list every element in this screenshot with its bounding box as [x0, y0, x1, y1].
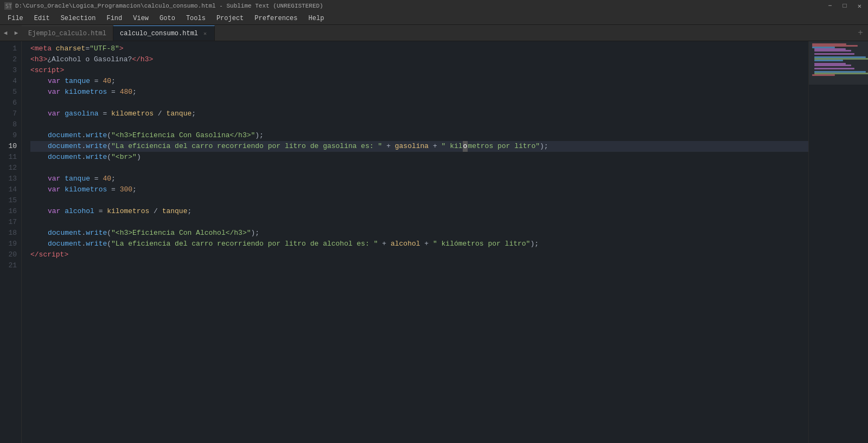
title-bar-controls[interactable]: − □ ✕	[826, 1, 864, 11]
tab-next-button[interactable]: ▶	[11, 24, 22, 41]
mini-line-7	[814, 53, 854, 55]
line-num-14: 14	[0, 184, 17, 195]
tab-ejemplo[interactable]: Ejemplo_calculo.html	[22, 25, 113, 41]
code-line-6	[30, 98, 808, 108]
code-line-17	[30, 217, 808, 228]
new-tab-button[interactable]: +	[853, 25, 868, 41]
tab-calculo[interactable]: calculo_consumo.html ✕	[113, 25, 215, 41]
code-line-16: var alcohol = kilometros / tanque;	[30, 206, 808, 217]
menu-file[interactable]: File	[2, 14, 29, 23]
line-num-13: 13	[0, 174, 17, 184]
tab-close-button[interactable]: ✕	[202, 30, 208, 37]
window-title: D:\Curso_Oracle\Logica_Programacion\calc…	[15, 3, 323, 9]
mini-line-11	[814, 60, 843, 61]
code-line-18: document.write("<h3>Eficiencia Con Alcoh…	[30, 228, 808, 239]
menu-view[interactable]: View	[127, 14, 154, 23]
menu-bar: File Edit Selection Find View Goto Tools…	[0, 12, 868, 25]
code-line-12	[30, 163, 808, 174]
code-line-9: document.write("<h3>Eficiencia Con Gasol…	[30, 130, 808, 141]
code-editor[interactable]: <meta charset="UTF-8"> <h3>¿Alcohol o Ga…	[22, 41, 808, 443]
code-line-11: document.write("<br>")	[30, 152, 808, 163]
code-line-1: <meta charset="UTF-8">	[30, 43, 808, 54]
tab-bar: ◀ ▶ Ejemplo_calculo.html calculo_consumo…	[0, 25, 868, 41]
line-num-10: 10	[0, 141, 17, 152]
mini-line-16	[814, 68, 854, 69]
minimize-button[interactable]: −	[826, 1, 834, 11]
title-bar: ST D:\Curso_Oracle\Logica_Programacion\c…	[0, 0, 868, 12]
code-line-21	[30, 260, 808, 271]
tab-label-ejemplo: Ejemplo_calculo.html	[28, 30, 106, 37]
code-line-4: var tanque = 40;	[30, 76, 808, 87]
line-numbers: 1 2 3 4 5 6 7 8 9 10 11 12 13 14 15 16 1…	[0, 41, 22, 443]
line-num-3: 3	[0, 65, 17, 76]
app-icon: ST	[4, 2, 12, 10]
maximize-button[interactable]: □	[841, 1, 849, 11]
mini-line-5	[814, 50, 851, 52]
code-line-20: </script>	[30, 249, 808, 260]
line-num-6: 6	[0, 98, 17, 108]
menu-selection[interactable]: Selection	[55, 14, 101, 23]
line-num-4: 4	[0, 76, 17, 87]
line-num-16: 16	[0, 206, 17, 217]
line-num-1: 1	[0, 43, 17, 54]
line-num-9: 9	[0, 130, 17, 141]
code-line-14: var kilometros = 300;	[30, 184, 808, 195]
line-num-17: 17	[0, 217, 17, 228]
mini-line-14	[814, 65, 851, 66]
code-line-8	[30, 119, 808, 130]
line-num-19: 19	[0, 239, 17, 249]
mini-line-20	[812, 74, 835, 76]
menu-help[interactable]: Help	[303, 14, 330, 23]
svg-text:ST: ST	[5, 3, 12, 9]
code-line-7: var gasolina = kilometros / tanque;	[30, 108, 808, 119]
editor-container: 1 2 3 4 5 6 7 8 9 10 11 12 13 14 15 16 1…	[0, 41, 868, 443]
code-line-13: var tanque = 40;	[30, 174, 808, 184]
line-num-21: 21	[0, 260, 17, 271]
line-num-15: 15	[0, 195, 17, 206]
title-bar-left: ST D:\Curso_Oracle\Logica_Programacion\c…	[4, 2, 323, 10]
line-num-20: 20	[0, 249, 17, 260]
code-line-5: var kilometros = 480;	[30, 87, 808, 98]
minimap	[808, 41, 868, 443]
close-button[interactable]: ✕	[856, 1, 864, 11]
line-num-5: 5	[0, 87, 17, 98]
tab-prev-button[interactable]: ◀	[0, 24, 11, 41]
line-num-8: 8	[0, 119, 17, 130]
menu-find[interactable]: Find	[101, 14, 127, 23]
menu-preferences[interactable]: Preferences	[249, 14, 303, 23]
tab-label-calculo: calculo_consumo.html	[120, 30, 198, 37]
line-num-7: 7	[0, 108, 17, 119]
menu-tools[interactable]: Tools	[181, 14, 211, 23]
code-line-10: document.write("La eficiencia del carro …	[30, 141, 808, 152]
line-num-18: 18	[0, 228, 17, 239]
menu-project[interactable]: Project	[211, 14, 249, 23]
line-num-2: 2	[0, 54, 17, 65]
code-line-15	[30, 195, 808, 206]
code-line-2: <h3>¿Alcohol o Gasolina?</h3>	[30, 54, 808, 65]
menu-edit[interactable]: Edit	[29, 14, 55, 23]
menu-goto[interactable]: Goto	[154, 14, 181, 23]
line-num-11: 11	[0, 152, 17, 163]
line-num-12: 12	[0, 163, 17, 174]
code-line-19: document.write("La eficiencia del carro …	[30, 239, 808, 249]
code-line-3: <script>	[30, 65, 808, 76]
